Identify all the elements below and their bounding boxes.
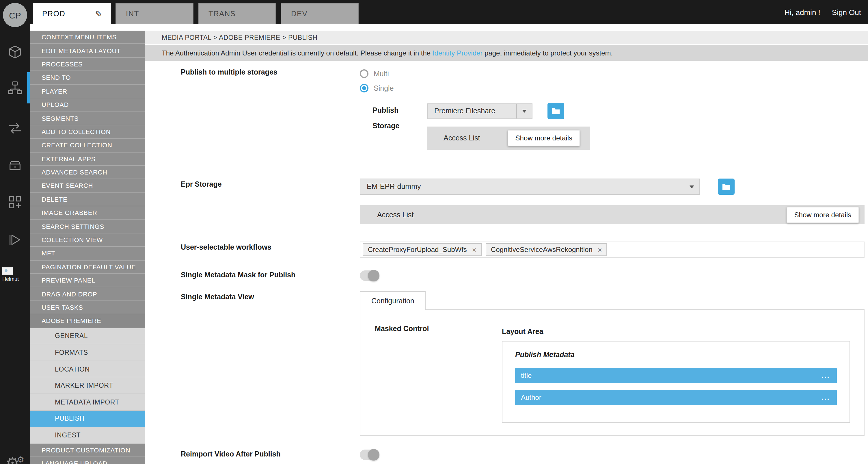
avatar[interactable]: CP: [3, 3, 27, 27]
show-more-details-button[interactable]: Show more details: [787, 207, 859, 223]
sidebar-item-processes[interactable]: PROCESSES: [30, 58, 145, 71]
transfer-icon[interactable]: [7, 121, 23, 136]
sidebar-item-preview-panel[interactable]: PREVIEW PANEL: [30, 274, 145, 288]
tab-int[interactable]: INT: [116, 3, 193, 24]
row-single-mask: Single Metadata Mask for Publish: [181, 269, 865, 281]
publish-storage-label: Publish Storage: [372, 103, 407, 150]
sidebar-item-publish[interactable]: PUBLISH: [30, 410, 145, 427]
pen-icon: ✎: [94, 10, 104, 17]
sidebar-item-send-to[interactable]: SEND TO: [30, 71, 145, 85]
tab-trans[interactable]: TRANS: [198, 3, 276, 24]
collection-icon[interactable]: [7, 157, 23, 172]
single-mask-label: Single Metadata Mask for Publish: [181, 269, 360, 281]
remove-icon[interactable]: ×: [472, 246, 476, 253]
sidebar-item-adobe-premiere[interactable]: ADOBE PREMIERE: [30, 314, 145, 328]
environment-tabs: PROD ✎ INT TRANS DEV: [33, 3, 359, 24]
sidebar-item-upload[interactable]: UPLOAD: [30, 98, 145, 112]
metadata-field-label: title: [521, 372, 532, 380]
sidebar-item-marker-import[interactable]: MARKER IMPORT: [30, 378, 145, 394]
player-icon[interactable]: [7, 232, 23, 247]
epr-storage-label: Epr Storage: [181, 178, 360, 224]
single-view-label: Single Metadata View: [181, 291, 360, 436]
identity-provider-link[interactable]: Identity Provider: [433, 49, 483, 57]
workflows-input[interactable]: CreateProxyForUpload_SubWfs × CognitiveS…: [360, 241, 865, 258]
show-more-details-button[interactable]: Show more details: [508, 130, 580, 146]
folder-icon: [722, 183, 731, 191]
top-bar: CP PROD ✎ INT TRANS DEV Hi, admin ! Sign…: [0, 0, 868, 24]
sidebar-item-collection-view[interactable]: COLLECTION VIEW: [30, 233, 145, 247]
workflow-chip-label: CreateProxyForUpload_SubWfs: [368, 245, 467, 254]
workflows-label: User-selectable workflows: [181, 241, 360, 258]
browse-epr-storage-button[interactable]: [718, 178, 735, 195]
sidebar-item-delete[interactable]: DELETE: [30, 193, 145, 206]
publish-storage-select[interactable]: Premiere Fileshare: [427, 103, 532, 119]
sidebar-item-segments[interactable]: SEGMENTS: [30, 112, 145, 125]
single-mask-toggle[interactable]: [360, 270, 378, 281]
row-epr-storage: Epr Storage EM-EPR-dummy Access List S: [181, 178, 865, 224]
configuration-panel: Masked Control Layout Area Publish Metad…: [360, 309, 865, 436]
sign-out-button[interactable]: Sign Out: [832, 8, 861, 17]
admin-app: CP PROD ✎ INT TRANS DEV Hi, admin ! Sign…: [0, 0, 868, 464]
sidebar-item-create-collection[interactable]: CREATE COLLECTION: [30, 139, 145, 152]
radio-multi[interactable]: [360, 69, 368, 78]
more-options-icon[interactable]: ...: [822, 396, 830, 399]
row-publish-multiple: Publish to multiple storages Multi Singl…: [181, 66, 865, 150]
sidebar-item-edit-metadata-layout[interactable]: EDIT METADATA LAYOUT: [30, 44, 145, 58]
sidebar-item-advanced-search[interactable]: ADVANCED SEARCH: [30, 166, 145, 179]
workflow-chip[interactable]: CreateProxyForUpload_SubWfs ×: [363, 243, 482, 256]
sidebar-item-ingest[interactable]: INGEST: [30, 427, 145, 443]
row-workflows: User-selectable workflows CreateProxyFor…: [181, 241, 865, 258]
sidebar-item-image-grabber[interactable]: IMAGE GRABBER: [30, 206, 145, 220]
settings-gear-icon[interactable]: ⚙⚙: [6, 454, 27, 464]
broken-image-icon: [2, 267, 13, 275]
tab-trans-label: TRANS: [209, 9, 236, 18]
access-list-label: Access List: [443, 134, 480, 142]
sidebar-item-pagination-default-value[interactable]: PAGINATION DEFAULT VALUE: [30, 260, 145, 274]
sidebar-item-context-menu-items[interactable]: CONTEXT MENU ITEMS: [30, 31, 145, 44]
sidebar-item-general[interactable]: GENERAL: [30, 328, 145, 344]
sidebar-item-product-customization[interactable]: PRODUCT CUSTOMIZATION: [30, 444, 145, 457]
radio-single[interactable]: [360, 84, 368, 92]
sidebar-item-search-settings[interactable]: SEARCH SETTINGS: [30, 220, 145, 233]
access-list-label: Access List: [377, 211, 413, 219]
icon-rail: Helmut ⚙⚙: [0, 24, 30, 464]
publish-multiple-label: Publish to multiple storages: [181, 66, 360, 150]
tab-configuration[interactable]: Configuration: [360, 291, 426, 310]
apps-icon[interactable]: [7, 195, 23, 210]
sidebar-item-metadata-import[interactable]: METADATA IMPORT: [30, 394, 145, 410]
radio-single-label: Single: [374, 84, 394, 92]
sidebar-item-mft[interactable]: MFT: [30, 247, 145, 261]
radio-multi-label: Multi: [374, 69, 389, 78]
publish-settings-form: Publish to multiple storages Multi Singl…: [145, 61, 868, 464]
greeting-text: Hi, admin !: [784, 8, 820, 17]
sidebar-item-event-search[interactable]: EVENT SEARCH: [30, 179, 145, 193]
tab-prod[interactable]: PROD ✎: [33, 3, 111, 24]
tab-prod-label: PROD: [42, 9, 65, 18]
tab-dev[interactable]: DEV: [281, 3, 359, 24]
toggle-knob: [368, 449, 379, 461]
workflow-chip[interactable]: CognitiveServiceAwsRekognition ×: [486, 243, 607, 256]
sidebar-item-user-tasks[interactable]: USER TASKS: [30, 301, 145, 315]
chevron-down-icon[interactable]: [684, 179, 700, 194]
browse-publish-storage-button[interactable]: [548, 103, 564, 119]
sidebar-item-location[interactable]: LOCATION: [30, 361, 145, 378]
metadata-field-row[interactable]: Author ...: [515, 390, 837, 405]
epr-storage-select[interactable]: EM-EPR-dummy: [360, 178, 700, 195]
workflows-icon[interactable]: [7, 80, 23, 95]
sidebar-item-drag-and-drop[interactable]: DRAG AND DROP: [30, 288, 145, 301]
sidebar-item-add-to-collection[interactable]: ADD TO COLLECTION: [30, 125, 145, 139]
sidebar-item-player[interactable]: PLAYER: [30, 85, 145, 98]
reimport-toggle[interactable]: [360, 450, 378, 460]
helmut-logo: Helmut: [2, 267, 28, 282]
epr-storage-value: EM-EPR-dummy: [367, 182, 421, 191]
chevron-down-icon[interactable]: [516, 104, 532, 118]
modules-icon[interactable]: [7, 45, 23, 59]
sidebar-item-language-upload[interactable]: LANGUAGE UPLOAD: [30, 457, 145, 464]
gear-small-icon: ⚙: [17, 455, 24, 464]
reimport-label: Reimport Video After Publish: [181, 448, 360, 458]
remove-icon[interactable]: ×: [598, 246, 602, 253]
more-options-icon[interactable]: ...: [822, 374, 830, 377]
sidebar-item-external-apps[interactable]: EXTERNAL APPS: [30, 152, 145, 166]
sidebar-item-formats[interactable]: FORMATS: [30, 344, 145, 361]
metadata-field-row[interactable]: title ...: [515, 368, 837, 383]
